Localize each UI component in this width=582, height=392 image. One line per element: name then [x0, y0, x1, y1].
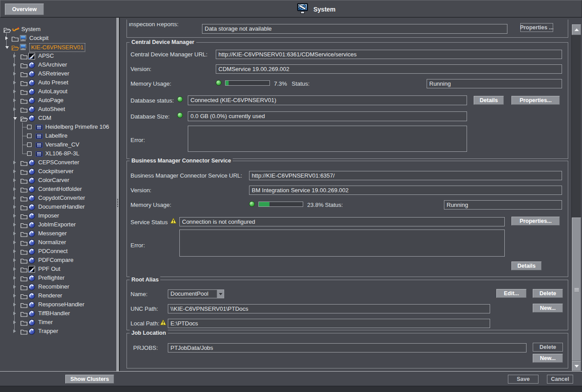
tree-item-label[interactable]: Versafire_CV — [45, 140, 79, 149]
tree-item[interactable]: PPF Out — [0, 265, 116, 273]
tree-item[interactable]: Labelfire — [0, 131, 116, 140]
tree-item[interactable]: PDFCompare — [0, 256, 116, 265]
tree-item[interactable]: AutoLayout — [0, 87, 116, 96]
expander-icon[interactable] — [13, 285, 16, 289]
expander-icon[interactable] — [13, 170, 16, 173]
expander-icon[interactable] — [13, 187, 16, 191]
bm-status-field[interactable]: Running — [444, 200, 562, 210]
tree-item[interactable]: CEPSConverter — [0, 158, 116, 167]
tree-checkbox[interactable] — [27, 151, 32, 156]
tree-item-label[interactable]: Normalizer — [38, 238, 66, 247]
expander-icon[interactable] — [13, 223, 16, 226]
expander-icon[interactable] — [13, 294, 16, 297]
expander-icon[interactable] — [13, 54, 16, 58]
expander-icon[interactable] — [13, 249, 16, 253]
tree-item[interactable]: Normalizer — [0, 238, 116, 247]
tree-item[interactable]: CopydotConverter — [0, 194, 116, 202]
expander-icon[interactable] — [13, 72, 16, 75]
tree-item-label[interactable]: Timer — [38, 318, 53, 327]
tree-item[interactable]: ResponseHandler — [0, 300, 116, 309]
tree-item-label[interactable]: XL106-8P-3L — [45, 149, 79, 158]
tree-item[interactable]: APSC — [0, 51, 116, 60]
overview-button[interactable]: Overview — [5, 4, 44, 15]
expander-icon[interactable] — [13, 81, 16, 84]
job-location-delete-button[interactable]: Delete — [533, 343, 563, 352]
tree-item-label[interactable]: PDConnect — [38, 247, 67, 256]
tree-item-label[interactable]: CEPSConverter — [38, 158, 79, 167]
tree-item-label[interactable]: Messenger — [38, 229, 67, 238]
job-location-new-button[interactable]: New... — [533, 354, 563, 363]
root-alias-name-select[interactable]: DocumentPool — [168, 289, 224, 298]
tree-item-label[interactable]: Imposer — [38, 211, 59, 220]
bm-details-button[interactable]: Details — [511, 261, 542, 270]
tree-item[interactable]: Trapper — [0, 327, 116, 336]
tree-item-label[interactable]: KIE-C6VPNSERV01 — [29, 43, 85, 52]
bm-version-field[interactable]: BM Integration Service 19.00.269.002 — [249, 186, 562, 195]
scrollbar-thumb[interactable] — [572, 218, 581, 361]
tree-item[interactable]: Versafire_CV — [0, 140, 116, 149]
panel-splitter[interactable] — [116, 18, 120, 386]
expander-icon[interactable] — [13, 205, 16, 209]
tree-item-label[interactable]: Recombiner — [38, 282, 69, 291]
root-alias-delete-button[interactable]: Delete — [533, 289, 563, 298]
tree-item-label[interactable]: Cockpitserver — [38, 167, 73, 176]
expander-icon[interactable] — [13, 241, 16, 244]
tree-item[interactable]: System — [0, 25, 116, 34]
expander-icon[interactable] — [13, 196, 16, 200]
expander-icon[interactable] — [13, 312, 16, 315]
tree-item-label[interactable]: CDM — [38, 114, 51, 123]
tree-item[interactable]: ContentHotfolder — [0, 185, 116, 194]
expander-icon[interactable] — [13, 329, 16, 333]
inspection-reports-value[interactable]: Data storage not available — [202, 24, 507, 34]
tree-item[interactable]: Heidelberg Primefire 106 — [0, 123, 116, 131]
expander-icon[interactable] — [13, 258, 16, 262]
cdm-version-field[interactable]: CDMService 19.00.269.002 — [216, 64, 562, 74]
tree-item-label[interactable]: Heidelberg Primefire 106 — [45, 123, 109, 131]
tree-item-label[interactable]: JobImExporter — [38, 220, 76, 229]
tree-item-label[interactable]: ASRetriever — [38, 69, 69, 78]
tree-item-label[interactable]: ASArchiver — [38, 60, 67, 69]
expander-icon[interactable] — [13, 232, 16, 235]
show-clusters-button[interactable]: Show Clusters — [65, 375, 114, 384]
tree-item[interactable]: PDConnect — [0, 247, 116, 256]
tree-item-label[interactable]: PPF Out — [38, 265, 60, 273]
expander-icon[interactable] — [13, 107, 16, 111]
bm-url-field[interactable]: http://KIE-C6VPNSERV01:6357/ — [249, 171, 562, 180]
bm-properties-button[interactable]: Properties... — [511, 217, 560, 226]
expander-icon[interactable] — [5, 36, 8, 40]
tree-item-label[interactable]: APSC — [38, 51, 54, 60]
expander-icon[interactable] — [13, 161, 16, 164]
tree-item[interactable]: Messenger — [0, 229, 116, 238]
expander-icon[interactable] — [13, 321, 16, 324]
tree-item[interactable]: AutoPage — [0, 96, 116, 105]
tree-item-label[interactable]: ContentHotfolder — [38, 185, 82, 194]
tree-item[interactable]: DocumentHandler — [0, 202, 116, 211]
expander-icon[interactable] — [13, 178, 16, 182]
tree-checkbox[interactable] — [27, 143, 32, 147]
tree-item-label[interactable]: Labelfire — [45, 131, 67, 140]
expander-icon[interactable] — [13, 214, 16, 218]
tree-item-label[interactable]: Renderer — [38, 291, 62, 300]
tree-item[interactable]: KIE-C6VPNSERV01 — [0, 43, 116, 51]
tree-item[interactable]: Cockpitserver — [0, 167, 116, 176]
expander-icon[interactable] — [13, 63, 16, 67]
root-alias-new-button[interactable]: New... — [533, 304, 563, 313]
unc-path-field[interactable]: \\KIE-C6VPNSERV01\PTDocs — [168, 304, 490, 313]
tree-item[interactable]: Imposer — [0, 211, 116, 220]
tree-item[interactable]: Renderer — [0, 291, 116, 300]
tree-item[interactable]: AutoSheet — [0, 105, 116, 114]
tree-item-label[interactable]: Trapper — [38, 327, 58, 336]
tree-item[interactable]: Auto Preset — [0, 78, 116, 87]
inspection-properties-button[interactable]: Properties ... — [520, 23, 553, 32]
tree-item[interactable]: ASRetriever — [0, 69, 116, 78]
cdm-details-button[interactable]: Details — [474, 96, 504, 105]
cancel-button[interactable]: Cancel — [547, 375, 573, 384]
cdm-status-field[interactable]: Running — [427, 79, 562, 88]
cdm-db-status-field[interactable]: Connected (KIE-C6VPNSERV01) — [188, 95, 467, 105]
bm-error-field[interactable] — [179, 230, 505, 257]
expander-icon[interactable] — [13, 90, 16, 93]
expander-icon[interactable] — [13, 99, 16, 102]
prjobs-field[interactable]: PTJobData/Jobs — [168, 343, 527, 352]
tree-item-label[interactable]: PDFCompare — [38, 256, 73, 265]
local-path-field[interactable]: E:\PTDocs — [168, 319, 490, 328]
